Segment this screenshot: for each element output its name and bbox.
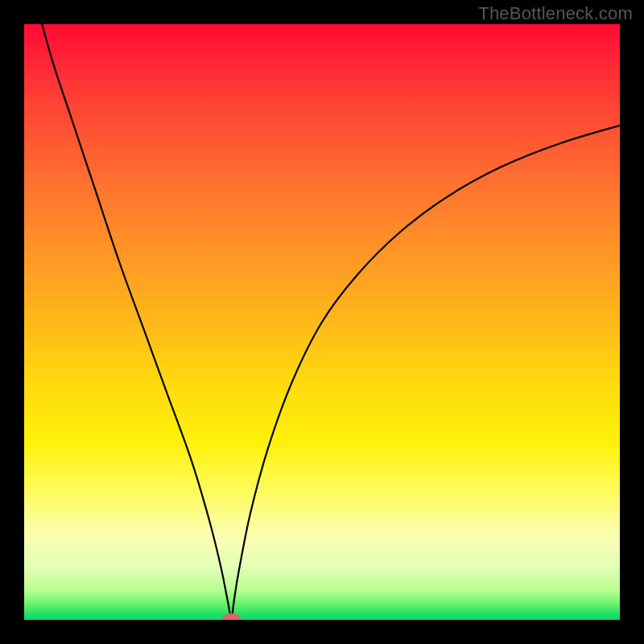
- curve-svg: [24, 24, 620, 620]
- bottleneck-curve: [42, 24, 620, 619]
- plot-area: [24, 24, 620, 620]
- chart-frame: TheBottleneck.com: [0, 0, 644, 644]
- optimal-point-marker: [222, 613, 242, 620]
- watermark-text: TheBottleneck.com: [478, 3, 633, 24]
